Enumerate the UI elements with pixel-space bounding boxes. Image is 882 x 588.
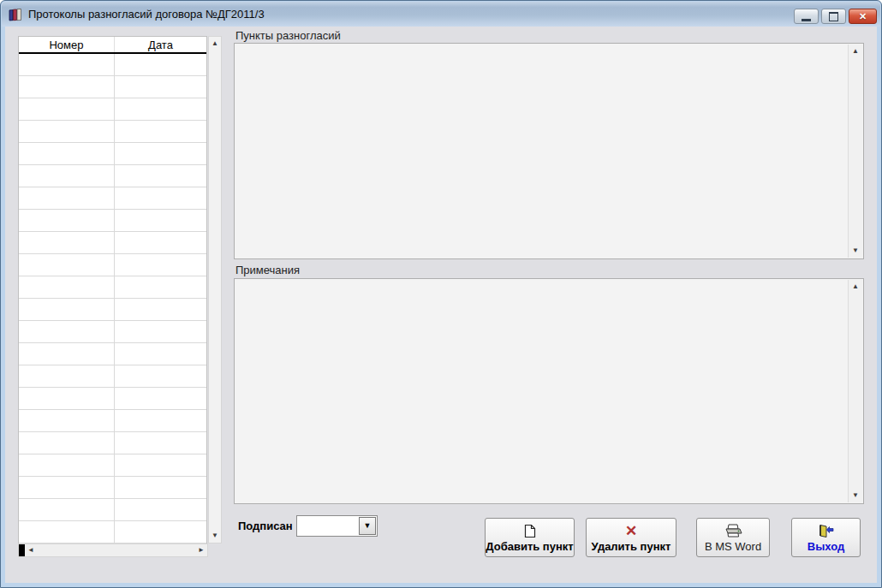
delete-item-button[interactable]: ✕ Удалить пункт <box>586 518 676 557</box>
cell-number <box>19 454 115 476</box>
cell-date <box>115 477 206 498</box>
button-label: В MS Word <box>705 540 761 553</box>
delete-cross-icon: ✕ <box>625 523 637 539</box>
printer-icon <box>724 523 742 539</box>
table-row[interactable] <box>19 388 206 410</box>
scroll-right-icon[interactable]: ► <box>198 547 205 554</box>
cell-number <box>19 477 115 498</box>
scroll-down-icon[interactable]: ▼ <box>852 492 859 499</box>
cell-date <box>115 232 206 253</box>
table-row[interactable] <box>19 410 206 432</box>
scrollbar-thumb[interactable] <box>19 544 25 556</box>
scroll-down-icon[interactable]: ▼ <box>212 532 218 539</box>
table-row[interactable] <box>19 232 206 254</box>
notes-memo[interactable]: ▲ ▼ <box>234 278 864 504</box>
cell-number <box>19 232 115 253</box>
close-icon: ✕ <box>859 12 867 21</box>
titlebar[interactable]: Протоколы разногласий договора №ДГ2011/3… <box>2 2 880 27</box>
exit-door-icon <box>818 523 834 539</box>
cell-date <box>115 254 206 276</box>
table-row[interactable] <box>19 521 206 543</box>
table-row[interactable] <box>19 477 206 499</box>
minimize-button[interactable] <box>794 9 819 24</box>
table-row[interactable] <box>19 187 206 210</box>
notes-memo-scrollbar[interactable]: ▲ ▼ <box>848 280 862 502</box>
window-controls: ✕ <box>794 9 877 24</box>
table-row[interactable] <box>19 76 206 98</box>
scroll-up-icon[interactable]: ▲ <box>852 48 859 55</box>
cell-date <box>115 210 206 231</box>
table-row[interactable] <box>19 432 206 454</box>
table-row[interactable] <box>19 210 206 232</box>
cell-date <box>115 76 206 98</box>
table-row[interactable] <box>19 54 206 76</box>
table-row[interactable] <box>19 321 206 343</box>
notes-memo-text[interactable] <box>238 281 846 502</box>
cell-date <box>115 54 206 75</box>
table-row[interactable] <box>19 299 206 321</box>
close-button[interactable]: ✕ <box>849 9 877 24</box>
cell-date <box>115 410 206 431</box>
cell-number <box>19 276 115 298</box>
cell-number <box>19 254 115 276</box>
cell-number <box>19 76 115 98</box>
cell-number <box>19 210 115 231</box>
cell-date <box>115 165 206 187</box>
maximize-button[interactable] <box>821 9 846 24</box>
cell-number <box>19 121 115 142</box>
button-label: Добавить пункт <box>486 540 573 553</box>
cell-number <box>19 321 115 342</box>
cell-number <box>19 143 115 164</box>
table-row[interactable] <box>19 254 206 276</box>
table-row[interactable] <box>19 499 206 521</box>
button-label: Выход <box>808 540 844 553</box>
grid-vertical-scrollbar[interactable]: ▲ ▼ <box>208 36 222 543</box>
notes-section-label: Примечания <box>235 264 300 276</box>
app-window: Протоколы разногласий договора №ДГ2011/3… <box>0 0 882 588</box>
dropdown-button[interactable]: ▼ <box>359 517 376 535</box>
scroll-down-icon[interactable]: ▼ <box>852 247 859 254</box>
books-icon <box>9 8 23 21</box>
add-item-button[interactable]: Добавить пункт <box>485 518 575 557</box>
signed-input[interactable] <box>297 516 358 536</box>
points-memo[interactable]: ▲ ▼ <box>234 43 864 259</box>
cell-number <box>19 499 115 520</box>
table-row[interactable] <box>19 121 206 143</box>
signed-combobox[interactable]: ▼ <box>296 515 378 537</box>
minimize-icon <box>802 19 811 21</box>
grid-horizontal-scrollbar[interactable]: ◄ ► <box>18 543 208 557</box>
export-word-button[interactable]: В MS Word <box>696 518 770 557</box>
cell-date <box>115 365 206 387</box>
table-row[interactable] <box>19 98 206 121</box>
table-row[interactable] <box>19 276 206 299</box>
table-row[interactable] <box>19 454 206 477</box>
scroll-left-icon[interactable]: ◄ <box>27 547 34 554</box>
grid-rows <box>19 54 206 543</box>
cell-number <box>19 54 115 75</box>
scroll-up-icon[interactable]: ▲ <box>852 283 859 290</box>
new-document-icon <box>524 523 536 539</box>
cell-number <box>19 388 115 409</box>
maximize-icon <box>829 12 838 21</box>
cell-date <box>115 143 206 164</box>
cell-date <box>115 343 206 365</box>
table-row[interactable] <box>19 143 206 165</box>
exit-button[interactable]: Выход <box>791 518 861 557</box>
cell-date <box>115 499 206 520</box>
chevron-down-icon: ▼ <box>364 522 372 530</box>
scroll-up-icon[interactable]: ▲ <box>212 40 218 47</box>
window-title: Протоколы разногласий договора №ДГ2011/3 <box>28 8 265 21</box>
cell-date <box>115 432 206 454</box>
table-row[interactable] <box>19 165 206 187</box>
column-header-date: Дата <box>115 37 206 52</box>
points-memo-text[interactable] <box>238 45 846 257</box>
cell-date <box>115 321 206 342</box>
table-row[interactable] <box>19 365 206 388</box>
points-memo-scrollbar[interactable]: ▲ ▼ <box>848 45 862 258</box>
cell-number <box>19 521 115 543</box>
column-header-number: Номер <box>19 37 115 52</box>
signed-label: Подписан <box>238 520 293 532</box>
cell-date <box>115 276 206 298</box>
table-row[interactable] <box>19 343 206 365</box>
cell-date <box>115 521 206 543</box>
